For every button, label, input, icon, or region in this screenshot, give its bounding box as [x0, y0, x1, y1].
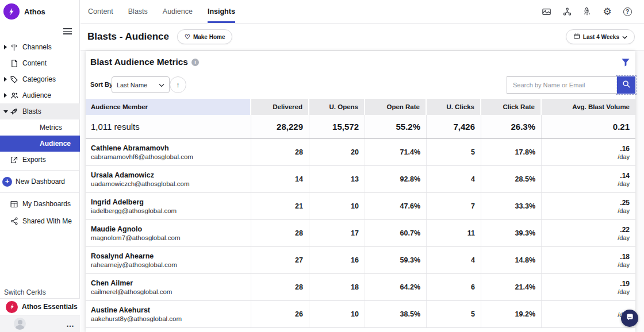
chevron-right-icon[interactable]: [3, 77, 8, 82]
member-email: rahearnejy@athosglobal.com: [91, 261, 177, 268]
nav-links: Content Blasts Audience Insights: [88, 0, 235, 23]
col-header-delivered[interactable]: Delivered: [251, 99, 309, 115]
switch-cerkls-label: Switch Cerkls: [4, 288, 46, 296]
sitemap-icon[interactable]: [562, 6, 572, 17]
cell-click-rate: 21.4%: [481, 274, 542, 300]
cell-u-opens: 18: [309, 274, 365, 300]
brand[interactable]: Athos: [3, 3, 45, 20]
table-row[interactable]: Ursala Adamowicz uadamowiczch@athosgloba…: [86, 166, 635, 193]
col-header-avg-blast-volume[interactable]: Avg. Blast Volume: [542, 99, 635, 115]
sidebar-item-channels[interactable]: Channels: [0, 39, 80, 55]
cell-u-clicks: 11: [427, 220, 481, 246]
table-body: Cathlene Abramamovh cabramamovhf6@athosg…: [86, 139, 635, 328]
sidebar-item-exports[interactable]: Exports: [0, 152, 80, 168]
cell-delivered: 27: [251, 247, 309, 273]
calendar-icon: [573, 33, 580, 41]
people-icon: [9, 90, 19, 101]
cell-open-rate: 71.4%: [365, 139, 427, 165]
cell-click-rate: 39.3%: [481, 220, 542, 246]
sidebar-item-categories[interactable]: Categories: [0, 71, 80, 87]
summary-row: 1,011 results 28,229 15,572 55.2% 7,426 …: [86, 115, 635, 139]
athos-essentials-logo-icon: [6, 301, 18, 313]
col-header-click-rate[interactable]: Click Rate: [481, 99, 542, 115]
sidebar-item-blasts[interactable]: Blasts: [0, 103, 80, 119]
avg-value: .16: [620, 145, 630, 153]
sidebar-item-shared-with-me[interactable]: Shared With Me: [0, 213, 80, 230]
cell-u-opens: 20: [309, 139, 365, 165]
table-row[interactable]: Maudie Agnolo magnolom7@athosglobal.com …: [86, 220, 635, 247]
member-email: cabramamovhf6@athosglobal.com: [91, 153, 193, 160]
help-icon[interactable]: ?: [622, 6, 632, 17]
member-email: aakehurst8y@athosglobal.com: [91, 315, 182, 322]
avg-value: .25: [620, 199, 630, 207]
nav-item-audience[interactable]: Audience: [163, 0, 193, 23]
col-header-u-opens[interactable]: U. Opens: [309, 99, 365, 115]
divider: [0, 192, 80, 193]
cell-open-rate: 59.3%: [365, 247, 427, 273]
cell-click-rate: 14.8%: [481, 247, 542, 273]
antenna-icon: [9, 42, 19, 52]
summary-click-rate: 26.3%: [481, 115, 542, 138]
settings-gear-icon[interactable]: ⚙: [602, 6, 612, 17]
document-icon: [9, 58, 19, 68]
search-input[interactable]: [507, 76, 617, 94]
rocket-icon: [9, 106, 19, 117]
new-dashboard-button[interactable]: + New Dashboard: [0, 173, 80, 190]
filter-funnel-icon[interactable]: [620, 57, 631, 68]
nav-item-blasts[interactable]: Blasts: [128, 0, 148, 23]
col-header-open-rate[interactable]: Open Rate: [365, 99, 427, 115]
org-switcher-athos-essentials[interactable]: Athos Essentials: [0, 298, 80, 315]
app-window: Athos Channels Content: [0, 0, 644, 332]
cell-u-clicks: 5: [427, 301, 481, 327]
user-avatar[interactable]: [14, 318, 26, 330]
sidebar-item-blasts-audience[interactable]: Audience: [0, 136, 80, 152]
col-header-audience-member[interactable]: Audience Member: [86, 99, 251, 115]
date-range-selector[interactable]: Last 4 Weeks: [566, 29, 635, 44]
table-row[interactable]: Ingrid Adelberg iadelbergg@athosglobal.c…: [86, 193, 635, 220]
cell-delivered: 26: [251, 301, 309, 327]
tag-icon: [9, 74, 19, 84]
more-options-icon[interactable]: …: [66, 319, 75, 329]
chevron-right-icon[interactable]: [3, 45, 8, 49]
table-row[interactable]: Austine Akehurst aakehurst8y@athosglobal…: [86, 301, 635, 328]
info-icon[interactable]: i: [191, 59, 199, 66]
media-library-icon[interactable]: [542, 6, 552, 17]
table-row[interactable]: Chen Ailmer cailmerel@athosglobal.com 28…: [86, 274, 635, 301]
chat-widget-button[interactable]: [621, 310, 638, 327]
export-icon: [9, 155, 19, 165]
summary-delivered: 28,229: [251, 115, 309, 138]
nav-item-content[interactable]: Content: [88, 0, 113, 23]
sort-direction-button[interactable]: ↑: [170, 76, 186, 93]
table-row[interactable]: Rosalynd Ahearne rahearnejy@athosglobal.…: [86, 247, 635, 274]
sidebar-item-audience[interactable]: Audience: [0, 87, 80, 103]
chevron-right-icon[interactable]: [3, 93, 8, 98]
nav-item-insights[interactable]: Insights: [208, 0, 235, 23]
sidebar-item-my-dashboards[interactable]: My Dashboards: [0, 195, 80, 213]
chat-icon: [626, 313, 634, 323]
athos-logo-icon: [3, 3, 20, 20]
cell-open-rate: 64.2%: [365, 274, 427, 300]
sort-select[interactable]: Last Name: [112, 76, 170, 93]
make-home-button[interactable]: ♡ Make Home: [177, 29, 232, 44]
col-header-u-clicks[interactable]: U. Clicks: [427, 99, 481, 115]
chevron-down-icon: [622, 34, 627, 40]
rocket-icon[interactable]: [582, 6, 592, 17]
page-header: Blasts - Audience ♡ Make Home Last 4 Wee…: [80, 24, 644, 51]
sidebar-item-blasts-metrics[interactable]: Metrics: [0, 119, 80, 136]
cell-delivered: 28: [251, 274, 309, 300]
avg-value: .18: [620, 253, 630, 261]
avg-value: .14: [620, 172, 630, 180]
cell-u-clicks: 6: [427, 274, 481, 300]
sidebar-item-content[interactable]: Content: [0, 55, 80, 71]
cell-u-opens: 10: [309, 193, 365, 219]
search-button[interactable]: [617, 76, 635, 94]
table-row[interactable]: Cathlene Abramamovh cabramamovhf6@athosg…: [86, 139, 635, 166]
search-icon: [622, 80, 631, 90]
cell-open-rate: 92.8%: [365, 166, 427, 192]
hamburger-menu-icon[interactable]: [63, 26, 72, 36]
cell-u-opens: 17: [309, 220, 365, 246]
cell-u-clicks: 5: [427, 139, 481, 165]
chevron-down-icon: [159, 82, 164, 88]
cell-delivered: 28: [251, 139, 309, 165]
chevron-down-icon[interactable]: [3, 110, 8, 113]
